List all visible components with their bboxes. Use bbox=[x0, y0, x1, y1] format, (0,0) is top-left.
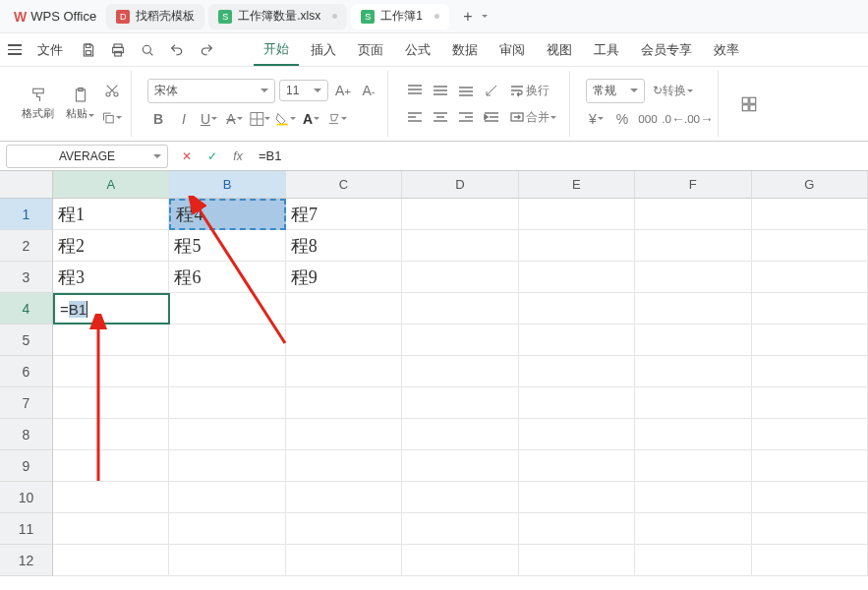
cell-a3[interactable]: 程3 bbox=[53, 262, 169, 293]
cell-b9[interactable] bbox=[169, 450, 285, 482]
cell-e10[interactable] bbox=[519, 482, 635, 513]
cell-e6[interactable] bbox=[519, 356, 635, 387]
cell-c6[interactable] bbox=[286, 356, 402, 387]
menu-tools[interactable]: 工具 bbox=[584, 35, 629, 65]
cell-g7[interactable] bbox=[752, 387, 868, 419]
thousands-button[interactable]: 000 bbox=[637, 108, 659, 130]
cell-a10[interactable] bbox=[53, 482, 169, 513]
cell-e9[interactable] bbox=[519, 450, 635, 482]
cell-e5[interactable] bbox=[519, 324, 635, 356]
row-header-10[interactable]: 10 bbox=[0, 482, 53, 513]
row-header-4[interactable]: 4 bbox=[0, 293, 53, 324]
menu-member[interactable]: 会员专享 bbox=[631, 35, 702, 65]
row-header-12[interactable]: 12 bbox=[0, 545, 53, 576]
menu-review[interactable]: 审阅 bbox=[490, 35, 535, 65]
cell-b12[interactable] bbox=[169, 545, 285, 576]
cell-e3[interactable] bbox=[519, 262, 635, 293]
menu-insert[interactable]: 插入 bbox=[301, 35, 346, 65]
fx-button[interactable]: fx bbox=[227, 146, 249, 167]
cell-b5[interactable] bbox=[169, 324, 285, 356]
hamburger-menu-icon[interactable] bbox=[8, 44, 22, 55]
fill-color-button[interactable] bbox=[275, 108, 297, 130]
cell-d10[interactable] bbox=[402, 482, 518, 513]
row-header-2[interactable]: 2 bbox=[0, 230, 53, 262]
tab-workbook-count[interactable]: S 工作簿数量.xlsx bbox=[208, 4, 347, 30]
undo-button[interactable] bbox=[163, 36, 191, 64]
cell-g6[interactable] bbox=[752, 356, 868, 387]
print-preview-button[interactable] bbox=[134, 36, 161, 64]
cell-a8[interactable] bbox=[53, 419, 169, 450]
orientation-button[interactable] bbox=[481, 80, 502, 101]
cell-a6[interactable] bbox=[53, 356, 169, 387]
new-tab-button[interactable]: + bbox=[455, 4, 481, 30]
cell-c9[interactable] bbox=[286, 450, 402, 482]
cell-b10[interactable] bbox=[169, 482, 285, 513]
cell-g8[interactable] bbox=[752, 419, 868, 450]
cell-e8[interactable] bbox=[519, 419, 635, 450]
print-button[interactable] bbox=[104, 36, 132, 64]
align-right-button[interactable] bbox=[455, 106, 477, 128]
align-bottom-button[interactable] bbox=[455, 80, 477, 101]
cell-g12[interactable] bbox=[752, 545, 868, 576]
cell-e4[interactable] bbox=[519, 293, 635, 324]
cell-g9[interactable] bbox=[752, 450, 868, 482]
row-header-1[interactable]: 1 bbox=[0, 199, 53, 230]
cell-f7[interactable] bbox=[635, 387, 751, 419]
cell-d6[interactable] bbox=[402, 356, 518, 387]
align-top-button[interactable] bbox=[404, 80, 426, 101]
cell-d8[interactable] bbox=[402, 419, 518, 450]
clear-format-button[interactable] bbox=[326, 108, 348, 130]
cell-f3[interactable] bbox=[635, 262, 751, 293]
copy-button[interactable] bbox=[101, 107, 123, 129]
row-header-11[interactable]: 11 bbox=[0, 513, 53, 545]
border-button[interactable] bbox=[250, 108, 271, 130]
underline-button[interactable]: U bbox=[199, 108, 220, 130]
menu-home[interactable]: 开始 bbox=[254, 34, 299, 66]
cell-f6[interactable] bbox=[635, 356, 751, 387]
cell-c2[interactable]: 程8 bbox=[286, 230, 402, 262]
tab-list-dropdown[interactable] bbox=[481, 15, 489, 18]
cell-f9[interactable] bbox=[635, 450, 751, 482]
col-header-c[interactable]: C bbox=[286, 171, 402, 199]
cut-button[interactable] bbox=[101, 80, 123, 101]
row-header-9[interactable]: 9 bbox=[0, 450, 53, 482]
menu-data[interactable]: 数据 bbox=[442, 35, 488, 65]
cell-d11[interactable] bbox=[402, 513, 518, 545]
row-header-7[interactable]: 7 bbox=[0, 387, 53, 419]
cell-g10[interactable] bbox=[752, 482, 868, 513]
cell-b6[interactable] bbox=[169, 356, 285, 387]
cell-d4[interactable] bbox=[402, 293, 518, 324]
cell-a9[interactable] bbox=[53, 450, 169, 482]
italic-button[interactable]: I bbox=[173, 108, 195, 130]
cell-d9[interactable] bbox=[402, 450, 518, 482]
align-left-button[interactable] bbox=[404, 106, 426, 128]
col-header-g[interactable]: G bbox=[752, 171, 868, 199]
cell-c8[interactable] bbox=[286, 419, 402, 450]
cell-e7[interactable] bbox=[519, 387, 635, 419]
confirm-formula-button[interactable]: ✓ bbox=[202, 146, 223, 167]
cell-f10[interactable] bbox=[635, 482, 751, 513]
format-painter-button[interactable]: 格式刷 bbox=[16, 84, 60, 124]
cell-a1[interactable]: 程1 bbox=[53, 199, 169, 230]
convert-button[interactable]: ↻ 转换 bbox=[649, 80, 698, 101]
name-box[interactable]: AVERAGE bbox=[6, 145, 168, 168]
cell-c4[interactable] bbox=[286, 293, 402, 324]
cell-a2[interactable]: 程2 bbox=[53, 230, 169, 262]
tab-workbook-1[interactable]: S 工作簿1 bbox=[351, 4, 449, 30]
cell-b7[interactable] bbox=[169, 387, 285, 419]
cell-b2[interactable]: 程5 bbox=[169, 230, 285, 262]
col-header-e[interactable]: E bbox=[519, 171, 635, 199]
number-format-select[interactable]: 常规 bbox=[586, 79, 645, 103]
align-center-button[interactable] bbox=[430, 106, 451, 128]
align-middle-button[interactable] bbox=[430, 80, 451, 101]
currency-button[interactable]: ¥ bbox=[586, 108, 608, 130]
menu-efficiency[interactable]: 效率 bbox=[704, 35, 749, 65]
font-color-button[interactable]: A bbox=[301, 108, 322, 130]
row-header-6[interactable]: 6 bbox=[0, 356, 53, 387]
menu-page[interactable]: 页面 bbox=[348, 35, 393, 65]
decrease-decimal-button[interactable]: .0← bbox=[663, 108, 684, 130]
wrap-text-button[interactable]: 换行 bbox=[506, 80, 553, 101]
cell-c5[interactable] bbox=[286, 324, 402, 356]
menu-file[interactable]: 文件 bbox=[28, 35, 73, 65]
cell-e1[interactable] bbox=[519, 199, 635, 230]
